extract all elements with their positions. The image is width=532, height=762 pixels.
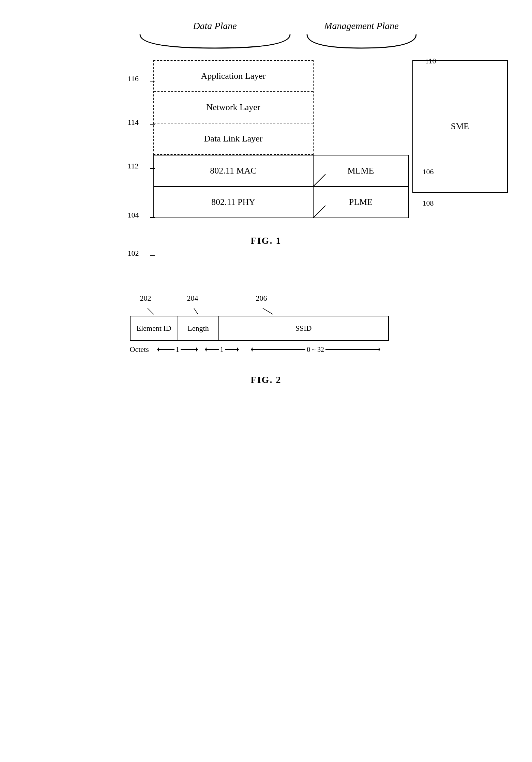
svg-line-5: [314, 174, 325, 186]
svg-marker-12: [196, 347, 198, 352]
svg-marker-17: [251, 347, 253, 352]
element-id-cell: Element ID: [131, 316, 178, 340]
label-114: 114: [128, 118, 139, 127]
svg-marker-14: [205, 347, 207, 352]
svg-line-9: [263, 308, 273, 314]
network-layer-cell: Network Layer: [154, 92, 313, 123]
fig2-field-labels-row: 202 204 206: [130, 294, 396, 306]
page: Data Plane Management Plane: [0, 0, 532, 762]
mlme-corner-slash: [314, 173, 327, 186]
fig1-caption: FIG. 1: [251, 235, 282, 246]
plme-cell: PLME 108: [314, 187, 409, 218]
fig1-container: Data Plane Management Plane: [27, 20, 505, 246]
ssid-cell: SSID: [219, 316, 388, 340]
data-plane-section: Data Plane: [133, 20, 297, 50]
label-104: 104: [128, 211, 139, 220]
phy-cell: 802.11 PHY: [153, 187, 314, 218]
data-plane-brace: [137, 33, 293, 50]
label-116: 116: [128, 74, 139, 83]
elem-size-arrow: 1: [154, 345, 201, 354]
management-plane-label: Management Plane: [324, 20, 399, 31]
label-202-area: 202: [140, 294, 151, 303]
ssid-size-arrow: 0 ~ 32: [242, 345, 389, 354]
fig2-boxes-row: Element ID Length SSID: [130, 316, 389, 341]
octets-row: Octets 1 1: [130, 345, 389, 354]
label-102: 102: [128, 249, 139, 258]
svg-line-6: [314, 206, 325, 218]
label-108: 108: [423, 199, 434, 208]
dashed-layers-box: Application Layer Network Layer Data Lin…: [153, 60, 314, 155]
len-size-arrow: 1: [201, 345, 242, 354]
label-106: 106: [423, 167, 434, 176]
length-cell: Length: [178, 316, 219, 340]
phy-row: 802.11 PHY PLME 108: [153, 187, 409, 218]
data-plane-label: Data Plane: [193, 20, 237, 31]
fig2-caption: FIG. 2: [251, 374, 282, 385]
management-plane-section: Management Plane: [297, 20, 426, 50]
application-layer-cell: Application Layer: [154, 61, 313, 92]
svg-line-7: [148, 308, 154, 314]
label-112: 112: [128, 162, 139, 170]
fig2-diagram: 202 204 206: [130, 294, 402, 354]
fig2-arrows-svg: [130, 308, 396, 315]
svg-line-8: [194, 308, 198, 314]
data-link-layer-cell: Data Link Layer: [154, 123, 313, 154]
plme-corner-slash: [314, 204, 327, 218]
mac-row: 802.11 MAC MLME 106: [153, 155, 409, 187]
svg-marker-15: [237, 347, 239, 352]
octets-label: Octets: [130, 345, 149, 354]
diagram-area: 116 114 112 104 102: [153, 60, 409, 218]
svg-marker-18: [379, 347, 380, 352]
mac-cell: 802.11 MAC: [153, 155, 314, 187]
fig2-container: 202 204 206: [27, 294, 505, 385]
svg-marker-11: [157, 347, 159, 352]
mlme-cell: MLME 106: [314, 155, 409, 187]
management-plane-brace: [304, 33, 420, 50]
label-206-area: 206: [256, 294, 267, 303]
label-204-area: 204: [187, 294, 198, 303]
